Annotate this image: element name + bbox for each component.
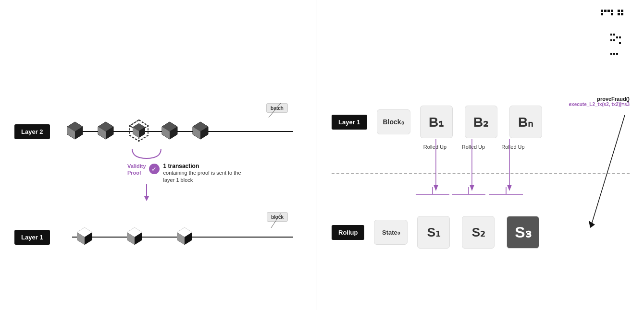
svg-rect-50 [610,34,612,36]
cube1-l2 [64,120,86,143]
svg-rect-54 [610,39,612,41]
svg-rect-52 [616,36,618,38]
s2-box: S₂ [462,216,495,249]
validity-proof-text: ValidityProof [127,163,146,177]
pixel-decoration [598,7,637,67]
cube2-l1 [124,226,145,249]
main-container: Layer 2 [0,0,644,310]
svg-line-24 [269,103,281,118]
validity-proof-annotation: ValidityProof ✓ 1 transaction containing… [127,146,241,203]
branch-b2 [449,187,488,202]
svg-rect-59 [616,53,618,55]
svg-rect-48 [618,13,620,15]
svg-rect-43 [611,10,613,12]
svg-rect-42 [607,10,610,12]
transaction-text: 1 transaction [163,163,241,169]
branch-bn [487,187,525,202]
svg-rect-53 [619,36,621,38]
cube1-l1 [74,226,95,249]
block-arrow [261,211,290,230]
b1-box: B₁ [420,106,453,138]
layer2-label: Layer 2 [14,124,50,139]
layer1-label-left: Layer 1 [14,230,50,245]
svg-rect-44 [618,10,620,12]
cube5-l2 [190,120,211,143]
svg-rect-51 [613,34,615,36]
bn-box: Bₙ [509,106,542,138]
s3-box: S₃ [507,216,539,249]
svg-rect-45 [621,10,623,12]
cube3-l2-dashed [126,118,152,145]
svg-rect-49 [621,13,623,15]
bracket-svg [127,146,166,161]
right-layer1-label: Layer 1 [332,115,367,130]
rollup-row: Rollup State₀ S₁ S₂ S₃ [332,216,620,249]
transaction-desc: containing the proof is sent to thelayer… [163,169,241,184]
down-arrow-validity [142,184,151,203]
svg-rect-47 [611,13,613,15]
svg-rect-58 [613,53,615,55]
svg-rect-55 [613,39,615,41]
left-panel: Layer 2 [0,0,317,310]
rollup-label: Rollup [332,225,364,240]
svg-line-39 [271,214,281,228]
right-panel: Layer 1 Block₀ B₁ B₂ Bₙ proveFraud() exe… [317,0,644,310]
block0-box: Block₀ [377,109,410,134]
cube3-l1 [174,226,195,249]
state0-box: State₀ [374,220,408,245]
layer2-row: Layer 2 [14,118,293,145]
svg-line-66 [591,115,625,226]
cube4-l2 [159,120,180,143]
cube2-l2 [95,120,116,143]
branch-b1 [413,187,452,202]
svg-rect-56 [619,42,621,44]
svg-rect-40 [601,10,603,12]
svg-rect-46 [601,13,603,15]
batch-arrow [261,101,290,120]
b2-box: B₂ [465,106,497,138]
svg-rect-57 [610,53,612,55]
svg-marker-26 [144,196,149,201]
layer1-row: Layer 1 [14,226,293,249]
checkmark-icon: ✓ [149,164,160,174]
s1-box: S₁ [417,216,450,249]
svg-rect-41 [604,10,607,12]
